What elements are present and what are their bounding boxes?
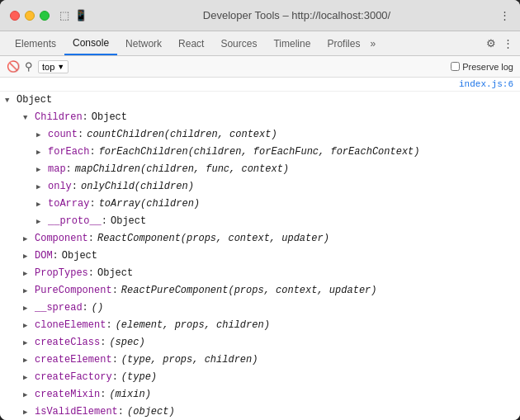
title-bar: ⬚ 📱 Developer Tools – http://localhost:3… <box>0 0 520 31</box>
tab-network[interactable]: Network <box>117 31 170 55</box>
createmixin-line: createMixin : (mixin) <box>0 386 520 403</box>
createelement-line: createElement : (type, props, children) <box>0 352 520 369</box>
tab-elements[interactable]: Elements <box>7 31 64 55</box>
expand-icon[interactable] <box>23 318 33 333</box>
window-title: Developer Tools – http://localhost:3000/ <box>94 9 499 21</box>
tab-react[interactable]: React <box>170 31 212 55</box>
expand-icon[interactable] <box>23 387 33 403</box>
expand-icon[interactable] <box>36 179 46 195</box>
expand-icon[interactable] <box>23 266 33 281</box>
expand-icon[interactable] <box>23 248 33 264</box>
devtools-icon-mobile[interactable]: 📱 <box>74 9 87 21</box>
minimize-button[interactable] <box>25 11 35 21</box>
children-count-line: count : countChildren(children, context) <box>0 126 520 144</box>
expand-icon[interactable] <box>36 162 46 177</box>
source-link[interactable]: index.js:6 <box>0 78 520 91</box>
expand-icon[interactable] <box>36 214 46 229</box>
root-label: Object <box>17 92 52 107</box>
tab-bar: Elements Console Network React Sources T… <box>0 31 520 56</box>
tab-timeline[interactable]: Timeline <box>265 31 319 55</box>
close-button[interactable] <box>10 11 20 21</box>
tab-console[interactable]: Console <box>64 31 117 55</box>
children-toarray-line: toArray : toArray(children) <box>0 196 520 213</box>
preserve-log-control: Preserve log <box>451 62 513 72</box>
expand-icon[interactable] <box>23 283 33 299</box>
proptypes-line: PropTypes : Object <box>0 265 520 282</box>
maximize-button[interactable] <box>40 11 50 21</box>
dom-line: DOM : Object <box>0 248 520 265</box>
children-proto-line: __proto__ : Object <box>0 213 520 230</box>
prop-value-children: Object <box>92 110 127 125</box>
menu-icon[interactable]: ⋮ <box>503 37 513 50</box>
tab-sources[interactable]: Sources <box>212 31 265 55</box>
tab-profiles[interactable]: Profiles <box>319 31 368 55</box>
children-prop-line[interactable]: Children : Object <box>0 109 520 126</box>
children-foreach-line: forEach : forEachChildren(children, forE… <box>0 144 520 161</box>
toolbar-right: Preserve log <box>451 62 513 72</box>
createfactory-line: createFactory : (type) <box>0 369 520 386</box>
component-line: Component : ReactComponent(props, contex… <box>0 230 520 248</box>
root-object-line[interactable]: Object <box>0 92 520 109</box>
expand-icon[interactable] <box>23 335 33 351</box>
clear-console-icon[interactable]: 🚫 <box>7 60 20 73</box>
settings-icon[interactable]: ⚙ <box>486 37 496 50</box>
cloneelement-line: cloneElement : (element, props, children… <box>0 317 520 334</box>
spread-line: __spread : () <box>0 300 520 317</box>
preserve-log-label: Preserve log <box>462 62 513 72</box>
children-only-line: only : onlyChild(children) <box>0 178 520 196</box>
prop-key-children: Children <box>35 110 83 125</box>
expand-icon[interactable] <box>23 300 33 316</box>
purecomponent-line: PureComponent : ReactPureComponent(props… <box>0 282 520 300</box>
expand-icon[interactable] <box>5 92 15 108</box>
console-output: index.js:6 Object Children : Object coun… <box>0 78 520 420</box>
expand-icon[interactable] <box>23 352 33 368</box>
chevron-down-icon: ▼ <box>57 63 64 71</box>
toolbar-left: 🚫 ⚲ top ▼ <box>7 60 69 73</box>
log-entry-root: Object Children : Object count : countCh… <box>0 91 520 420</box>
children-map-line: map : mapChildren(children, func, contex… <box>0 161 520 178</box>
expand-icon[interactable] <box>36 196 46 212</box>
context-selector[interactable]: top ▼ <box>38 60 69 73</box>
devtools-settings-icon[interactable]: ⋮ <box>499 9 510 21</box>
expand-icon[interactable] <box>23 110 33 125</box>
devtools-window: ⬚ 📱 Developer Tools – http://localhost:3… <box>0 0 520 420</box>
context-value: top <box>42 62 54 72</box>
expand-icon[interactable] <box>23 404 33 420</box>
preserve-log-checkbox[interactable] <box>451 62 460 71</box>
traffic-lights <box>10 11 50 21</box>
createclass-line: createClass : (spec) <box>0 334 520 352</box>
isvalidelement-line: isValidElement : (object) <box>0 403 520 420</box>
filter-icon[interactable]: ⚲ <box>25 60 33 73</box>
devtools-icon-inspect[interactable]: ⬚ <box>59 9 69 21</box>
expand-icon[interactable] <box>23 231 33 247</box>
console-toolbar: 🚫 ⚲ top ▼ Preserve log <box>0 56 520 78</box>
colon: : <box>83 110 88 125</box>
tab-more[interactable]: » <box>370 38 376 50</box>
expand-icon[interactable] <box>36 127 46 143</box>
expand-icon[interactable] <box>36 144 46 160</box>
expand-icon[interactable] <box>23 370 33 385</box>
